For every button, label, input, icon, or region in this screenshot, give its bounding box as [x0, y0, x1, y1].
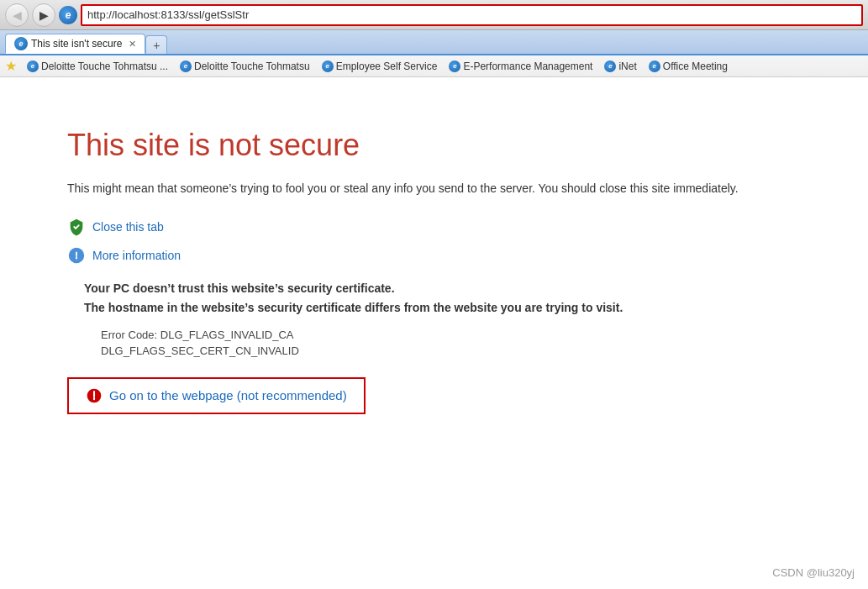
fav-label-0: Deloitte Touche Tohmatsu ...	[41, 60, 168, 72]
tab-ie-icon: e	[14, 37, 28, 50]
fav-ie-icon-4: e	[604, 60, 616, 72]
error-description: This might mean that someone’s trying to…	[67, 180, 781, 197]
active-tab[interactable]: e This site isn't secure ✕	[5, 34, 145, 54]
close-tab-link[interactable]: Close this tab	[67, 218, 801, 236]
favorites-star-icon: ★	[5, 58, 17, 74]
fav-item-3[interactable]: e E-Performance Management	[444, 60, 597, 73]
go-btn-label: Go on to the webpage (not recommended)	[109, 388, 347, 402]
fav-ie-icon-0: e	[27, 60, 39, 72]
close-tab-label: Close this tab	[92, 220, 164, 234]
fav-label-5: Office Meeting	[663, 60, 728, 72]
fav-item-4[interactable]: e iNet	[599, 60, 641, 73]
page-title: This site is not secure	[67, 128, 801, 163]
fav-item-1[interactable]: e Deloitte Touche Tohmatsu	[175, 60, 315, 73]
fav-ie-icon-3: e	[449, 60, 460, 72]
fav-label-1: Deloitte Touche Tohmatsu	[194, 60, 310, 72]
watermark: CSDN @liu320yj	[772, 566, 855, 579]
go-to-webpage-button[interactable]: Go on to the webpage (not recommended)	[67, 377, 366, 414]
error-code-line2: DLG_FLAGS_SEC_CERT_CN_INVALID	[84, 344, 801, 357]
fav-label-4: iNet	[618, 60, 636, 72]
fav-ie-icon-5: e	[649, 60, 660, 72]
cert-warning-line2: The hostname in the website’s security c…	[84, 300, 781, 317]
fav-ie-icon-2: e	[322, 60, 334, 72]
error-code-line1: Error Code: DLG_FLAGS_INVALID_CA	[84, 329, 801, 341]
tab-bar: e This site isn't secure ✕ +	[0, 30, 868, 55]
warning-red-icon	[86, 387, 103, 404]
more-info-label: More information	[92, 249, 181, 262]
tab-label: This site isn't secure	[31, 38, 122, 50]
fav-item-5[interactable]: e Office Meeting	[644, 60, 733, 73]
cert-warning-line1: Your PC doesn’t trust this website’s sec…	[84, 281, 801, 295]
fav-ie-icon-1: e	[180, 60, 192, 72]
back-button[interactable]: ◀	[5, 3, 29, 27]
forward-button[interactable]: ▶	[32, 3, 55, 27]
tab-close-button[interactable]: ✕	[129, 39, 136, 50]
address-bar[interactable]	[81, 4, 863, 26]
more-info-link[interactable]: More information	[67, 246, 801, 265]
shield-green-icon	[67, 218, 86, 236]
fav-label-3: E-Performance Management	[463, 60, 592, 72]
main-content: This site is not secure This might mean …	[0, 77, 868, 589]
browser-toolbar: ◀ ▶ e	[0, 0, 868, 30]
info-circle-icon	[67, 246, 86, 265]
info-section: Your PC doesn’t trust this website’s sec…	[67, 281, 801, 357]
new-tab-button[interactable]: +	[145, 35, 167, 54]
fav-label-2: Employee Self Service	[336, 60, 438, 72]
favorites-bar: ★ e Deloitte Touche Tohmatsu ... e Deloi…	[0, 55, 868, 77]
fav-item-2[interactable]: e Employee Self Service	[317, 60, 443, 73]
fav-item-0[interactable]: e Deloitte Touche Tohmatsu ...	[22, 60, 173, 73]
ie-logo-icon: e	[59, 6, 77, 24]
